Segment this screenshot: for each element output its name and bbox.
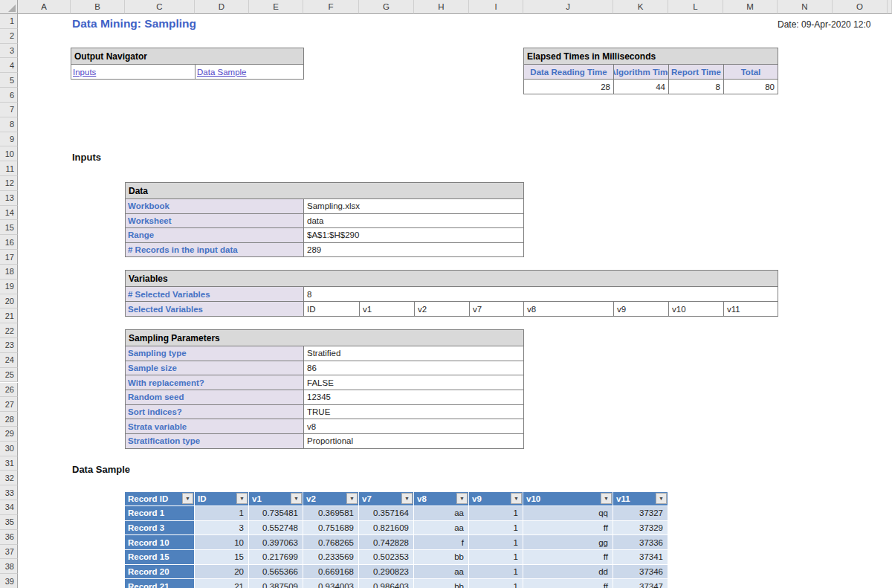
column-header-G[interactable]: G: [359, 0, 414, 14]
filter-dropdown-icon[interactable]: ▼: [511, 493, 522, 504]
table-row-value: Proportional: [304, 434, 523, 448]
record-id-cell: Record 1: [125, 506, 195, 521]
sample-data-cell: 0.751689: [303, 521, 359, 536]
row-header-19[interactable]: 19: [0, 280, 18, 294]
sample-data-cell: 0.369581: [303, 506, 359, 521]
row-header-16[interactable]: 16: [0, 235, 18, 250]
column-header-K[interactable]: K: [613, 0, 668, 14]
sample-data-cell: 0.387509: [249, 579, 303, 588]
row-header-11[interactable]: 11: [0, 161, 18, 176]
table-row-label: With replacement?: [126, 375, 304, 390]
data-sample-link[interactable]: Data Sample: [195, 65, 303, 79]
sample-data-cell: ff: [523, 521, 613, 536]
row-header-13[interactable]: 13: [0, 191, 18, 206]
column-header-C[interactable]: C: [125, 0, 195, 14]
row-header-27[interactable]: 27: [0, 397, 18, 412]
column-header-partial[interactable]: [888, 0, 892, 14]
sample-data-cell: 1: [469, 521, 523, 536]
column-header-B[interactable]: B: [71, 0, 125, 14]
row-header-15[interactable]: 15: [0, 220, 18, 235]
filter-dropdown-icon[interactable]: ▼: [236, 493, 248, 504]
row-header-14[interactable]: 14: [0, 206, 18, 221]
table-row-label: Sampling type: [126, 346, 304, 361]
column-header-H[interactable]: H: [414, 0, 469, 14]
row-header-18[interactable]: 18: [0, 265, 18, 280]
sample-column-header-v11: v11▼: [613, 492, 668, 506]
elapsed-value: 28: [524, 80, 614, 94]
row-header-21[interactable]: 21: [0, 308, 18, 323]
elapsed-value: 44: [614, 80, 669, 94]
row-header-6[interactable]: 6: [0, 88, 18, 103]
column-header-I[interactable]: I: [469, 0, 523, 14]
row-header-38[interactable]: 38: [0, 559, 18, 574]
row-header-5[interactable]: 5: [0, 73, 18, 88]
select-all-corner[interactable]: [0, 0, 18, 14]
filter-dropdown-icon[interactable]: ▼: [346, 493, 358, 504]
row-header-2[interactable]: 2: [0, 29, 18, 44]
sample-data-cell: 0.502353: [359, 550, 414, 565]
sample-column-header-v2: v2▼: [303, 492, 359, 506]
filter-dropdown-icon[interactable]: ▼: [182, 493, 193, 504]
column-header-E[interactable]: E: [249, 0, 303, 14]
row-header-37[interactable]: 37: [0, 545, 18, 560]
row-header-25[interactable]: 25: [0, 368, 18, 383]
inputs-section-heading: Inputs: [72, 152, 101, 163]
row-header-35[interactable]: 35: [0, 515, 18, 530]
elapsed-times-table: Elapsed Times in Milliseconds Data Readi…: [523, 48, 778, 94]
row-header-24[interactable]: 24: [0, 353, 18, 368]
row-header-9[interactable]: 9: [0, 132, 18, 147]
sample-data-cell: aa: [414, 521, 469, 536]
row-header-17[interactable]: 17: [0, 250, 18, 265]
filter-dropdown-icon[interactable]: ▼: [656, 493, 667, 504]
row-header-22[interactable]: 22: [0, 323, 18, 338]
elapsed-value: 8: [669, 80, 724, 94]
data-sample-table: Record ID▼ID▼v1▼v2▼v7▼v8▼v9▼v10▼v11▼Reco…: [125, 492, 668, 588]
column-header-N[interactable]: N: [778, 0, 833, 14]
row-header-36[interactable]: 36: [0, 530, 18, 545]
row-header-31[interactable]: 31: [0, 456, 18, 471]
filter-dropdown-icon[interactable]: ▼: [601, 493, 612, 504]
row-header-30[interactable]: 30: [0, 442, 18, 456]
row-header-33[interactable]: 33: [0, 485, 18, 500]
row-header-26[interactable]: 26: [0, 383, 18, 398]
row-header-32[interactable]: 32: [0, 471, 18, 485]
row-header-8[interactable]: 8: [0, 117, 18, 132]
row-header-7[interactable]: 7: [0, 103, 18, 117]
row-header-3[interactable]: 3: [0, 44, 18, 59]
sample-data-cell: aa: [414, 506, 469, 521]
sample-data-cell: 0.357164: [359, 506, 414, 521]
sample-data-cell: bb: [414, 550, 469, 565]
filter-dropdown-icon[interactable]: ▼: [401, 493, 413, 504]
sample-data-cell: 15: [195, 550, 249, 565]
column-header-M[interactable]: M: [723, 0, 778, 14]
table-row-label: Random seed: [126, 390, 304, 404]
row-header-4[interactable]: 4: [0, 58, 18, 73]
elapsed-column-header: Data Reading Time: [524, 65, 614, 79]
selected-variable-cell: v10: [669, 302, 724, 316]
column-header-A[interactable]: A: [18, 0, 71, 14]
row-header-10[interactable]: 10: [0, 146, 18, 161]
sample-data-cell: ff: [523, 550, 613, 565]
row-header-1[interactable]: 1: [0, 14, 18, 29]
row-header-28[interactable]: 28: [0, 412, 18, 427]
variables-table-header: Variables: [126, 271, 778, 286]
inputs-link[interactable]: Inputs: [71, 65, 195, 79]
table-row-label: Strata variable: [126, 419, 304, 433]
sample-data-cell: 0.986403: [359, 579, 414, 588]
table-row-label: Sample size: [126, 361, 304, 375]
column-header-O[interactable]: O: [833, 0, 888, 14]
selected-variable-cell: ID: [304, 302, 360, 316]
column-header-F[interactable]: F: [303, 0, 359, 14]
row-header-29[interactable]: 29: [0, 427, 18, 442]
row-header-23[interactable]: 23: [0, 338, 18, 353]
column-header-D[interactable]: D: [195, 0, 249, 14]
column-header-L[interactable]: L: [668, 0, 723, 14]
column-header-J[interactable]: J: [523, 0, 613, 14]
filter-dropdown-icon[interactable]: ▼: [291, 493, 302, 504]
row-header-12[interactable]: 12: [0, 176, 18, 191]
row-header-20[interactable]: 20: [0, 294, 18, 309]
sample-data-cell: 1: [469, 535, 523, 550]
filter-dropdown-icon[interactable]: ▼: [456, 493, 468, 504]
row-header-34[interactable]: 34: [0, 500, 18, 515]
row-header-39[interactable]: 39: [0, 574, 18, 588]
